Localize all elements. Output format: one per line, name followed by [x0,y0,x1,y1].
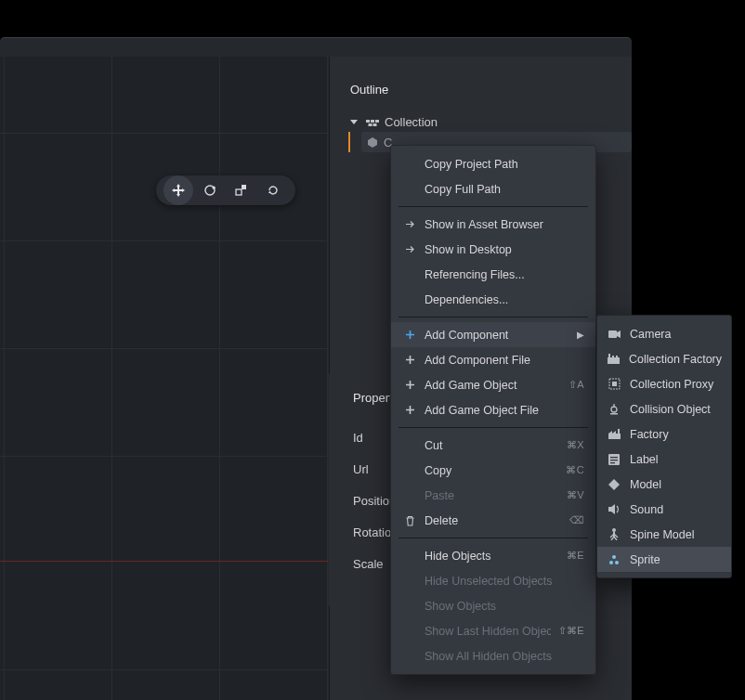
gameobject-icon [367,136,378,148]
goto-icon [402,244,417,254]
svg-marker-0 [176,184,180,187]
svg-point-38 [612,555,616,559]
submenu-factory[interactable]: Factory [597,421,731,447]
shortcut: ⌘X [567,439,584,451]
menu-show-in-desktop[interactable]: Show in Desktop [391,237,595,262]
outline-label: Collection [385,115,438,129]
svg-rect-12 [371,120,374,123]
menu-show-last-hidden: Show Last Hidden Objects ⇧⌘E [391,618,595,643]
menu-show-in-asset-browser[interactable]: Show in Asset Browser [391,212,595,237]
svg-marker-35 [608,504,615,514]
menu-copy[interactable]: Copy ⌘C [391,458,595,483]
svg-rect-9 [242,185,246,189]
svg-marker-1 [176,194,180,197]
menu-copy-full-path[interactable]: Copy Full Path [391,176,595,201]
svg-point-36 [612,528,616,532]
menu-cut[interactable]: Cut ⌘X [391,433,595,458]
outline-title: Outline [330,57,632,111]
svg-rect-33 [610,462,615,463]
collection-proxy-icon [607,378,621,390]
svg-rect-19 [608,357,620,364]
menu-separator [399,317,588,318]
plus-icon [402,355,417,365]
svg-marker-34 [608,479,620,490]
menu-add-game-object[interactable]: Add Game Object ⇧A [391,372,595,397]
svg-marker-2 [172,188,175,192]
svg-marker-18 [617,331,621,338]
submenu-spine-model[interactable]: Spine Model [597,522,731,547]
refresh-icon [267,184,280,197]
svg-rect-17 [608,331,617,338]
plus-icon [402,380,417,390]
shortcut: ⌘E [567,550,584,562]
svg-marker-10 [268,190,271,193]
shortcut: ⌘V [567,489,584,501]
rotate-tool-button[interactable] [195,175,225,205]
menu-separator [399,206,588,207]
scale-icon [235,184,248,197]
label-icon [607,454,621,465]
collision-icon [607,403,621,415]
submenu-sprite[interactable]: Sprite [597,547,731,572]
submenu-camera[interactable]: Camera [597,321,731,346]
model-icon [607,479,621,490]
submenu-sound[interactable]: Sound [597,497,731,522]
outline-root-collection[interactable]: Collection [350,111,632,132]
submenu-label[interactable]: Label [597,447,731,472]
svg-rect-21 [612,356,614,357]
rotate-icon [203,184,216,197]
svg-rect-25 [610,413,618,415]
chevron-right-icon: ▶ [577,330,584,340]
submenu-collection-proxy[interactable]: Collection Proxy [597,371,731,396]
sprite-icon [607,554,621,565]
menu-hide-unselected: Hide Unselected Objects [391,568,595,593]
trash-icon [402,515,417,526]
shortcut: ⇧A [569,379,584,391]
svg-rect-29 [618,429,620,434]
menu-add-game-object-file[interactable]: Add Game Object File [391,397,595,422]
svg-point-7 [213,187,216,189]
menu-add-component[interactable]: Add Component ▶ [391,322,595,347]
refresh-tool-button[interactable] [258,175,288,205]
svg-point-39 [609,561,613,564]
menu-separator [399,538,588,538]
svg-rect-32 [610,460,618,460]
submenu-model[interactable]: Model [597,472,731,497]
collection-icon [366,117,379,127]
svg-rect-8 [236,189,242,195]
shortcut: ⌘C [566,464,584,476]
svg-rect-26 [608,434,621,439]
svg-marker-16 [368,137,377,148]
plus-icon [402,330,417,340]
camera-icon [607,330,621,339]
move-tool-button[interactable] [163,175,193,205]
submenu-collision-object[interactable]: Collision Object [597,396,731,421]
menu-hide-objects[interactable]: Hide Objects ⌘E [391,543,595,568]
menu-copy-project-path[interactable]: Copy Project Path [391,151,595,176]
editor-viewport[interactable] [0,57,328,700]
svg-rect-5 [175,189,182,191]
menu-show-objects: Show Objects [391,593,595,618]
sound-icon [607,504,621,514]
menu-dependencies[interactable]: Dependencies... [391,287,595,312]
menu-referencing-files[interactable]: Referencing Files... [391,262,595,287]
scale-tool-button[interactable] [227,175,256,205]
menu-delete[interactable]: Delete ⌫ [391,508,595,533]
move-icon [172,184,185,197]
context-menu: Copy Project Path Copy Full Path Show in… [390,145,596,675]
svg-marker-28 [612,431,616,434]
add-component-submenu: Camera Collection Factory Collection Pro… [596,315,732,578]
chevron-down-icon[interactable] [350,120,358,124]
svg-rect-31 [610,457,618,458]
plus-icon [402,405,417,415]
submenu-collection-factory[interactable]: Collection Factory [597,346,731,371]
svg-point-40 [615,561,619,564]
svg-rect-22 [616,356,618,357]
goto-icon [402,219,417,229]
viewport-toolbar [156,175,295,205]
grid [0,57,328,700]
menu-show-all-hidden: Show All Hidden Objects [391,643,595,668]
svg-rect-24 [612,382,617,386]
menu-add-component-file[interactable]: Add Component File [391,347,595,372]
shortcut: ⌫ [569,514,584,526]
